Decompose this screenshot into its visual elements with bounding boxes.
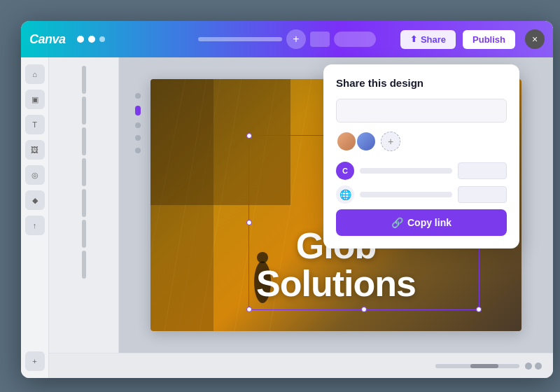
public-access-dropdown[interactable] (458, 186, 507, 203)
share-row-public: 🌐 (336, 186, 507, 204)
slide-dot-active[interactable] (135, 106, 141, 115)
topbar-center-controls: + (198, 29, 376, 49)
slide-thumb-bar (82, 127, 86, 155)
copy-link-button[interactable]: 🔗 Copy link (336, 209, 507, 236)
slide-thumb-bar (82, 66, 86, 94)
add-person-button[interactable]: + (381, 132, 400, 151)
share-invite-input[interactable] (336, 99, 507, 122)
share-avatars-row: + (336, 131, 507, 152)
share-button[interactable]: ⬆ Share (400, 30, 456, 49)
logo-dot-2 (88, 36, 95, 43)
bottom-bar (49, 353, 553, 378)
sidebar-icon-brand[interactable]: ◆ (25, 190, 45, 210)
public-access-bar (360, 192, 452, 197)
slides-panel (49, 57, 119, 353)
zoom-button[interactable] (334, 31, 376, 47)
close-button[interactable]: × (525, 29, 545, 49)
slide-navigation-dots (135, 93, 141, 153)
sidebar-icon-template[interactable]: ▣ (25, 90, 45, 109)
copy-link-icon: 🔗 (391, 217, 403, 228)
zoom-controls (525, 363, 542, 370)
copy-link-label: Copy link (407, 217, 451, 228)
avatar-2 (356, 131, 377, 152)
topbar: Canva + ⬆ Share Publish × (21, 21, 553, 57)
topbar-progress-bar (198, 37, 282, 41)
slide-thumb-bar (82, 220, 86, 248)
sidebar-icon-upload[interactable]: ↑ (25, 216, 45, 235)
slide-dot[interactable] (135, 93, 141, 99)
sidebar-icon-home[interactable]: ⌂ (25, 64, 45, 84)
grid-button[interactable] (310, 31, 330, 47)
slide-thumb-bar (82, 189, 86, 217)
globe-icon: 🌐 (336, 186, 354, 204)
slide-thumb-bar (82, 251, 86, 279)
sidebar-icon-element[interactable]: ◎ (25, 165, 45, 185)
share-popup-title: Share this design (336, 77, 507, 89)
canva-logo: Canva (29, 32, 66, 47)
slide-thumb-bar (82, 158, 86, 186)
logo-dots (77, 36, 105, 43)
slide-thumb-bar (82, 97, 86, 125)
horizontal-scroll-track[interactable] (435, 364, 519, 368)
share-row-canva: C (336, 162, 507, 180)
slide-dot[interactable] (135, 122, 141, 128)
slide-dot[interactable] (135, 148, 141, 153)
slide-dot[interactable] (135, 135, 141, 141)
share-label: Share (421, 34, 446, 45)
left-sidebar: ⌂ ▣ T 🖼 ◎ ◆ ↑ + (21, 57, 49, 378)
canva-user-permission-dropdown[interactable] (458, 162, 507, 179)
horizontal-scroll-thumb[interactable] (470, 364, 498, 368)
share-popup: Share this design + C 🌐 🔗 Copy link (323, 64, 519, 248)
sidebar-icon-add[interactable]: + (25, 351, 45, 371)
zoom-out-button[interactable] (525, 363, 532, 370)
sidebar-icon-image[interactable]: 🖼 (25, 140, 45, 160)
sidebar-icon-text[interactable]: T (25, 115, 45, 134)
share-icon: ⬆ (410, 34, 417, 44)
canva-user-name-bar (360, 168, 452, 174)
logo-dot-3 (99, 36, 105, 42)
logo-dot-1 (77, 36, 84, 43)
app-window: Canva + ⬆ Share Publish × ⌂ ▣ T 🖼 ◎ (21, 21, 553, 378)
canvas-title-line2: Solutions (256, 263, 416, 304)
publish-button[interactable]: Publish (463, 30, 515, 49)
zoom-in-button[interactable] (535, 363, 542, 370)
canva-user-icon: C (336, 162, 354, 180)
add-button[interactable]: + (286, 29, 306, 49)
avatar-1 (336, 131, 357, 152)
